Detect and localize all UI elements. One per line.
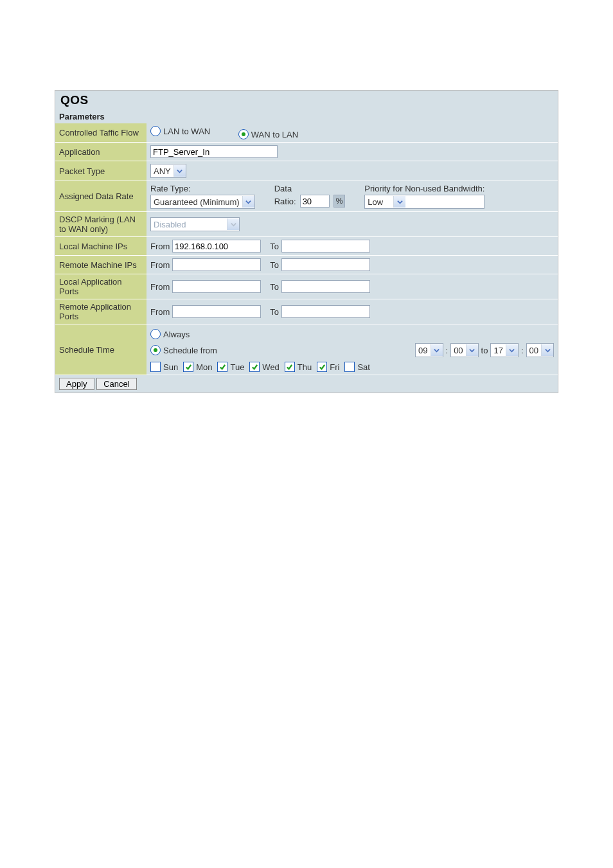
from-min-select[interactable]: 00: [450, 343, 478, 357]
from-label: From: [150, 242, 170, 251]
day-mon[interactable]: Mon: [183, 362, 212, 372]
radio-label: LAN to WAN: [163, 127, 210, 136]
application-input[interactable]: [150, 145, 278, 158]
from-label: From: [150, 307, 170, 317]
radio-schedule-from[interactable]: Schedule from: [150, 345, 217, 355]
day-thu[interactable]: Thu: [285, 362, 312, 372]
priority-select[interactable]: Low: [364, 195, 484, 209]
label-local-ports: Local Application Ports: [55, 274, 147, 299]
chevron-down-icon: [227, 218, 239, 230]
percent-unit: %: [333, 195, 346, 208]
parameters-table: Controlled Taffic Flow LAN to WAN WAN to…: [55, 123, 558, 393]
dscp-select: Disabled: [150, 217, 240, 231]
chevron-down-icon: [431, 344, 443, 356]
to-label: To: [270, 260, 279, 270]
chevron-down-icon: [242, 196, 254, 208]
chevron-down-icon: [173, 165, 186, 177]
label-application: Application: [55, 143, 147, 161]
label-assigned-rate: Assigned Data Rate: [55, 181, 147, 212]
local-port-to-input[interactable]: [281, 280, 370, 293]
section-header: Parameters: [55, 110, 558, 123]
day-wed[interactable]: Wed: [249, 362, 280, 372]
day-sat[interactable]: Sat: [344, 362, 370, 372]
colon: :: [446, 346, 449, 355]
from-label: From: [150, 282, 170, 292]
to-label: To: [270, 307, 279, 317]
apply-button[interactable]: Apply: [59, 378, 94, 390]
to-label: To: [270, 242, 279, 251]
to-label: To: [270, 282, 279, 292]
label-local-ips: Local Machine IPs: [55, 237, 147, 256]
label-packet-type: Packet Type: [55, 161, 147, 181]
data-ratio-label: Data: [274, 184, 292, 193]
panel-title: QOS: [55, 91, 558, 110]
chevron-down-icon: [541, 344, 553, 356]
colon: :: [521, 346, 524, 355]
remote-port-to-input[interactable]: [281, 305, 370, 318]
from-label: From: [150, 260, 170, 270]
qos-panel: QOS Parameters Controlled Taffic Flow LA…: [55, 90, 558, 393]
priority-label: Priority for Non-used Bandwidth:: [364, 184, 484, 193]
to-min-select[interactable]: 00: [526, 343, 554, 357]
to-hour-select[interactable]: 17: [490, 343, 518, 357]
rate-type-label: Rate Type:: [150, 184, 255, 193]
local-ip-to-input[interactable]: [281, 240, 370, 252]
label-remote-ports: Remote Application Ports: [55, 299, 147, 324]
remote-ip-to-input[interactable]: [281, 258, 370, 271]
data-ratio-label2: Ratio:: [274, 197, 296, 206]
radio-schedule-always[interactable]: Always: [150, 329, 190, 339]
data-ratio-input[interactable]: [300, 195, 330, 208]
radio-label: WAN to LAN: [251, 130, 298, 139]
label-traffic-flow: Controlled Taffic Flow: [55, 123, 147, 143]
radio-label: Always: [163, 330, 190, 339]
local-ip-from-input[interactable]: [172, 240, 261, 252]
chevron-down-icon: [506, 344, 518, 356]
chevron-down-icon: [393, 196, 405, 208]
day-fri[interactable]: Fri: [317, 362, 339, 372]
radio-label: Schedule from: [163, 346, 217, 355]
from-hour-select[interactable]: 09: [415, 343, 443, 357]
local-port-from-input[interactable]: [172, 280, 261, 293]
packet-type-select[interactable]: ANY: [150, 164, 186, 178]
day-tue[interactable]: Tue: [217, 362, 244, 372]
radio-lan-to-wan[interactable]: LAN to WAN: [150, 126, 210, 136]
rate-type-select[interactable]: Guaranteed (Minimum): [150, 195, 255, 209]
remote-ip-from-input[interactable]: [172, 258, 261, 271]
to-label-small: to: [481, 346, 488, 355]
cancel-button[interactable]: Cancel: [96, 378, 136, 390]
day-sun[interactable]: Sun: [150, 362, 178, 372]
label-schedule: Schedule Time: [55, 324, 147, 375]
label-dscp: DSCP Marking (LAN to WAN only): [55, 212, 147, 237]
chevron-down-icon: [466, 344, 478, 356]
radio-wan-to-lan[interactable]: WAN to LAN: [238, 129, 298, 139]
remote-port-from-input[interactable]: [172, 305, 261, 318]
label-remote-ips: Remote Machine IPs: [55, 256, 147, 274]
